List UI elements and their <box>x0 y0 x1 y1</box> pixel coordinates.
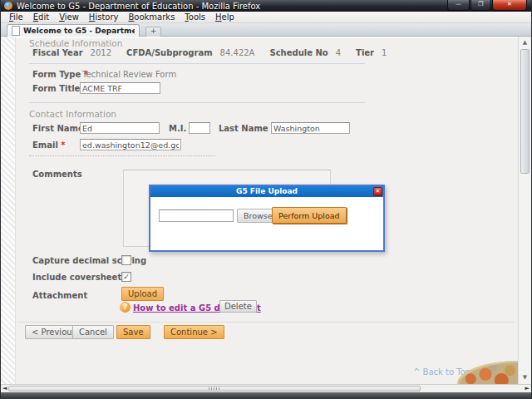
schedule-information-heading: Schedule Information <box>29 38 122 48</box>
vertical-scrollbar-thumb[interactable] <box>520 49 530 174</box>
attachment-label: Attachment <box>32 291 87 300</box>
required-marker: * <box>61 140 65 150</box>
dotted-divider <box>29 155 215 156</box>
horizontal-scrollbar[interactable]: ◄ ► <box>1 384 532 392</box>
window-controls: — ❐ ✕ <box>447 0 527 11</box>
menu-file[interactable]: File <box>4 12 28 22</box>
divider <box>29 102 365 103</box>
delete-button[interactable]: Delete <box>219 300 257 313</box>
menu-help[interactable]: Help <box>210 12 239 22</box>
upload-button[interactable]: Upload <box>121 287 164 301</box>
mi-label: M.I. <box>169 124 186 133</box>
scroll-down-icon[interactable]: ▼ <box>519 372 531 383</box>
dialog-close-icon[interactable]: ✕ <box>373 187 382 196</box>
menu-bookmarks[interactable]: Bookmarks <box>123 12 180 22</box>
firefox-icon <box>4 2 12 10</box>
scroll-up-icon[interactable]: ▲ <box>519 37 531 48</box>
email-input[interactable] <box>80 139 181 150</box>
scroll-left-icon[interactable]: ◄ <box>2 385 7 392</box>
continue-button[interactable]: Continue > <box>164 325 224 339</box>
schedule-summary-row: Fiscal Year 2012 CFDA/Subprogram 84.422A… <box>32 48 401 57</box>
last-name-label: Last Name * <box>219 124 275 133</box>
form-type-value: Technical Review Form <box>82 70 176 79</box>
scrollbar-grip <box>209 387 220 390</box>
close-button[interactable]: ✕ <box>492 0 527 11</box>
mi-input[interactable] <box>189 122 210 134</box>
window-title: Welcome to G5 - Department of Education … <box>17 1 260 12</box>
file-path-input[interactable] <box>159 209 234 222</box>
scroll-right-icon[interactable]: ► <box>525 385 530 392</box>
divider <box>17 322 515 323</box>
save-button[interactable]: Save <box>116 325 150 339</box>
vertical-scrollbar[interactable]: ▲ ▼ <box>518 37 531 384</box>
tier-value: 1 <box>382 48 387 57</box>
minimize-button[interactable]: — <box>447 0 470 11</box>
last-name-input[interactable] <box>271 122 350 134</box>
tab-title: Welcome to G5 - Department of Edu... <box>23 27 135 35</box>
email-label: Email * <box>32 140 66 150</box>
maximize-button[interactable]: ❐ <box>470 0 491 11</box>
cfda-subprogram-value: 84.422A <box>220 48 255 57</box>
menu-view[interactable]: View <box>54 12 84 22</box>
menu-edit[interactable]: Edit <box>28 12 54 22</box>
left-stripe-decoration <box>1 37 16 384</box>
include-coversheet-label: Include coversheet <box>32 273 121 282</box>
comments-label: Comments <box>32 170 82 179</box>
schedule-no-value: 4 <box>336 48 341 57</box>
page-icon <box>12 26 20 36</box>
first-name-input[interactable] <box>80 122 160 134</box>
fiscal-year-label: Fiscal Year <box>32 48 83 57</box>
bottom-window-edge <box>1 392 532 399</box>
menubar: File Edit View History Bookmarks Tools H… <box>1 12 531 23</box>
titlebar: Welcome to G5 - Department of Education … <box>1 0 531 12</box>
dialog-title: G5 File Upload <box>150 186 383 197</box>
browser-window: Welcome to G5 - Department of Education … <box>0 0 532 399</box>
perform-upload-button[interactable]: Perform Upload <box>272 207 347 224</box>
cancel-button[interactable]: Cancel <box>72 325 114 339</box>
divider <box>29 63 365 64</box>
include-coversheet-checkbox[interactable]: ✓ <box>121 272 131 282</box>
menu-tools[interactable]: Tools <box>180 12 210 22</box>
horizontal-scrollbar-thumb[interactable] <box>8 386 421 392</box>
cfda-subprogram-label: CFDA/Subprogram <box>126 48 213 57</box>
form-type-label: Form Type * <box>32 70 88 79</box>
menu-history[interactable]: History <box>84 12 124 22</box>
form-title-input[interactable] <box>80 82 160 94</box>
g5-file-upload-dialog: G5 File Upload ✕ Browse... Perform Uploa… <box>149 185 385 252</box>
contact-information-heading: Contact Information <box>29 109 116 119</box>
tabbar: Welcome to G5 - Department of Edu... + <box>1 23 531 37</box>
tier-label: Tier <box>356 48 374 57</box>
help-icon: ? <box>120 302 131 313</box>
fiscal-year-value: 2012 <box>91 48 111 57</box>
schedule-no-label: Schedule No <box>269 48 328 57</box>
capture-decimal-scoring-checkbox[interactable] <box>121 255 131 265</box>
dialog-titlebar: G5 File Upload ✕ <box>150 186 383 197</box>
tab-active[interactable]: Welcome to G5 - Department of Edu... <box>7 24 140 37</box>
